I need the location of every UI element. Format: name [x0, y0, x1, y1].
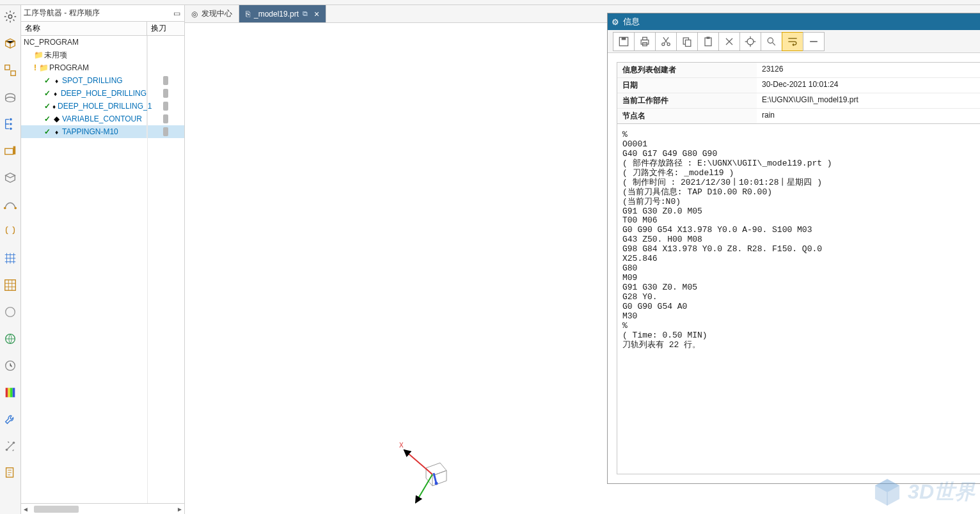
bracket-icon[interactable] — [1, 222, 19, 240]
machine-icon[interactable] — [1, 142, 19, 160]
mesh-icon[interactable] — [1, 249, 19, 267]
main-layout: 工序导航器 - 程序顺序 ▭ 名称 换刀 NC_PROGRAM 📁未用项 !📁P… — [0, 5, 980, 514]
scroll-thumb[interactable] — [34, 506, 79, 513]
svg-point-0 — [8, 15, 12, 19]
cube-icon[interactable] — [1, 35, 19, 52]
info-title: 信息 — [623, 16, 980, 27]
svg-rect-8 — [13, 146, 16, 155]
view-triad: X — [393, 435, 463, 505]
nc-code-listing[interactable]: % O0001 G40 G17 G49 G80 G90 ( 部件存放路径 : E… — [617, 124, 980, 474]
column-name[interactable]: 名称 — [21, 22, 147, 35]
check-icon: ✓ — [44, 102, 51, 111]
grid-icon[interactable] — [1, 276, 19, 294]
tab-file[interactable]: ⎘ _model19.prt ⧉ × — [239, 5, 326, 22]
check-icon: ✓ — [44, 76, 51, 85]
close-icon[interactable]: × — [314, 9, 319, 19]
tree-op[interactable]: ✓⬧SPOT_DRILLING — [21, 74, 184, 87]
tap-icon: ⬧ — [52, 127, 61, 136]
wrench-icon[interactable] — [1, 410, 19, 428]
tree-icon[interactable] — [1, 115, 19, 133]
folder-icon: 📁 — [39, 63, 48, 72]
paste-icon[interactable] — [697, 32, 719, 51]
info-window: ⚙ 信息 ? — ▢ ✕ 信息列表创建者231 — [607, 13, 980, 484]
block-icon[interactable] — [1, 169, 19, 187]
check-icon: ✓ — [44, 89, 51, 98]
scroll-left-icon[interactable]: ◄ — [22, 506, 29, 513]
svg-point-12 — [6, 308, 15, 317]
tree-unused[interactable]: 📁未用项 — [21, 49, 184, 61]
tool-glyph — [163, 89, 168, 98]
rainbow-icon[interactable] — [1, 384, 19, 401]
copy-icon[interactable] — [676, 32, 698, 51]
svg-rect-36 — [705, 38, 711, 45]
top-strip — [0, 0, 980, 5]
find-icon[interactable] — [761, 32, 782, 51]
tab-discover[interactable]: ◎ 发现中心 — [185, 5, 239, 22]
tree-root[interactable]: NC_PROGRAM — [21, 36, 184, 49]
left-toolbar — [0, 5, 21, 514]
shell-icon[interactable] — [1, 88, 19, 106]
meta-row: 信息列表创建者23126 — [617, 63, 980, 77]
info-toolbar — [608, 30, 980, 53]
svg-rect-7 — [5, 148, 13, 154]
tree-op[interactable]: ✓◆VARIABLE_CONTOUR — [21, 113, 184, 125]
circle-icon[interactable] — [1, 303, 19, 321]
clock-icon[interactable] — [1, 357, 19, 375]
tool-glyph — [163, 76, 168, 85]
part-icon: ⎘ — [246, 10, 250, 19]
cut-icon[interactable] — [655, 32, 677, 51]
drill-icon: ⬧ — [52, 89, 59, 98]
doc-icon[interactable] — [1, 464, 19, 482]
svg-point-39 — [768, 38, 773, 43]
svg-point-26 — [435, 482, 438, 485]
tree-op[interactable]: ✓⬧DEEP_HOLE_DRILLING — [21, 87, 184, 100]
svg-rect-2 — [11, 71, 15, 75]
save-icon[interactable] — [613, 32, 635, 51]
svg-point-32 — [662, 43, 665, 45]
content-area: ◎ 发现中心 ⎘ _model19.prt ⧉ × X — [185, 5, 980, 514]
check-icon: ✓ — [44, 127, 51, 136]
target-icon[interactable] — [739, 32, 761, 51]
watermark: 3D世界 — [871, 476, 975, 509]
svg-rect-29 — [641, 40, 649, 44]
svg-rect-16 — [8, 388, 10, 398]
svg-point-20 — [13, 442, 15, 444]
minus-icon[interactable] — [803, 32, 825, 51]
compass-icon: ◎ — [191, 10, 198, 19]
curve-icon[interactable] — [1, 196, 19, 214]
tree-program[interactable]: !📁PROGRAM — [21, 61, 184, 74]
svg-rect-17 — [10, 388, 13, 398]
watermark-cube-icon — [871, 476, 904, 509]
wrap-icon[interactable] — [782, 32, 803, 51]
svg-rect-15 — [6, 388, 8, 398]
svg-point-38 — [747, 38, 754, 45]
tree-op-selected[interactable]: ✓⬧TAPPINGN-M10 — [21, 125, 184, 138]
tools-icon[interactable] — [1, 437, 19, 455]
check-icon: ✓ — [44, 114, 51, 123]
print-icon[interactable] — [634, 32, 656, 51]
tree-op[interactable]: ✓⬧DEEP_HOLE_DRILLING_1 — [21, 100, 184, 113]
meta-row: 节点名rain — [617, 108, 980, 123]
meta-row: 日期30-Dec-2021 10:01:24 — [617, 77, 980, 93]
popout-icon[interactable]: ⧉ — [303, 10, 308, 18]
operation-tree[interactable]: NC_PROGRAM 📁未用项 !📁PROGRAM ✓⬧SPOT_DRILLIN… — [21, 36, 184, 503]
svg-line-24 — [416, 474, 432, 502]
contour-icon: ◆ — [52, 114, 61, 123]
folder-icon: 📁 — [34, 51, 43, 59]
drill-icon: ⬧ — [52, 76, 61, 85]
tool-glyph — [163, 102, 168, 111]
gear-icon: ⚙ — [612, 17, 619, 27]
svg-point-19 — [6, 449, 8, 451]
maximize-icon[interactable]: ▭ — [171, 8, 182, 19]
navigator-hscroll[interactable]: ◄ ► — [21, 503, 184, 514]
column-tool[interactable]: 换刀 — [147, 22, 184, 35]
info-titlebar[interactable]: ⚙ 信息 ? — ▢ ✕ — [608, 13, 980, 30]
delete-icon[interactable] — [718, 32, 740, 51]
svg-point-6 — [10, 128, 12, 130]
globe-icon[interactable] — [1, 330, 19, 348]
assembly-icon[interactable] — [1, 61, 19, 79]
svg-rect-28 — [622, 37, 626, 40]
gear-icon[interactable] — [1, 8, 19, 26]
scroll-right-icon[interactable]: ► — [177, 506, 183, 513]
svg-rect-1 — [5, 65, 10, 70]
